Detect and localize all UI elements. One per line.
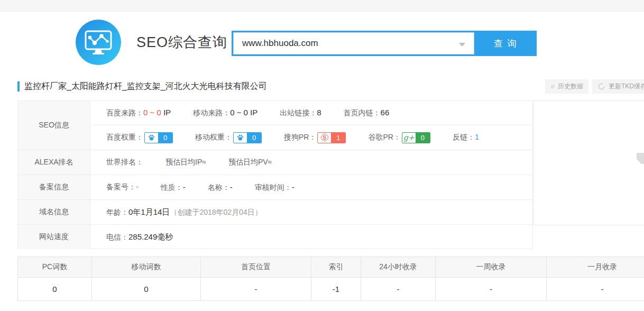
- mobile-paw-icon: [234, 133, 247, 143]
- refresh-tkd-cache-label: 更新TKD缓存: [609, 82, 644, 91]
- kw-col-home-position: 首页位置 -: [201, 257, 311, 300]
- kw-header: 索引: [311, 257, 361, 278]
- icp-review-time: 审核时间：-: [255, 182, 295, 193]
- kw-value: -: [547, 278, 644, 300]
- kw-value: -1: [311, 278, 361, 300]
- backlinks[interactable]: 反链：1: [453, 133, 479, 142]
- world-rank: 世界排名：: [106, 158, 143, 167]
- domain-row-label: 域名信息: [18, 200, 90, 224]
- icp-name: 名称：-: [208, 182, 233, 193]
- page-title: SEO综合查询: [136, 33, 227, 52]
- history-data-button[interactable]: 历史数据: [545, 79, 588, 94]
- kw-header: 一月收录: [547, 257, 644, 278]
- speed-row: 网站速度 电信：285.249毫秒: [18, 225, 532, 249]
- kw-col-mobile: 移动词数 0: [92, 257, 201, 300]
- mobile-weight[interactable]: 移动权重：0: [195, 132, 262, 143]
- seo-info-table: SEO信息 百度来路：0 ~ 0 IP 移动来路：0 ~ 0 IP 出站链接：8…: [17, 100, 533, 249]
- alexa-row: ALEXA排名 世界排名： 预估日均IP≈ 预估日均PV≈: [18, 150, 532, 175]
- refresh-icon: [597, 83, 605, 90]
- kw-col-pc: PC词数 0: [18, 257, 92, 300]
- search-input-wrap: [233, 32, 474, 54]
- sogou-icon: S: [321, 134, 328, 141]
- baidu-traffic: 百度来路：0 ~ 0 IP: [106, 108, 171, 118]
- kw-value: -: [361, 278, 435, 300]
- sogou-pr[interactable]: 搜狗PR：S1: [284, 132, 346, 143]
- dropdown-caret-icon[interactable]: [459, 43, 465, 47]
- result-title-row: 监控杆厂家_太阳能路灯杆_监控支架_河北火大光电科技有限公司 历史数据 更新TK…: [0, 79, 644, 97]
- site-title: 监控杆厂家_太阳能路灯杆_监控支架_河北火大光电科技有限公司: [24, 81, 267, 92]
- mobile-traffic: 移动来路：0 ~ 0 IP: [193, 108, 257, 118]
- icp-row: 备案信息 备案号：- 性质：- 名称：- 审核时间：-: [18, 175, 532, 200]
- layers-icon: [550, 83, 555, 90]
- kw-value: 0: [92, 278, 200, 300]
- kw-value: -: [201, 278, 311, 300]
- kw-value: -: [436, 278, 546, 300]
- kw-col-24h: 24小时收录 -: [361, 257, 436, 300]
- kw-header: 一周收录: [436, 257, 546, 278]
- image-placeholder-icon: [637, 153, 644, 164]
- kw-col-month: 一月收录 -: [547, 257, 644, 300]
- icp-row-label: 备案信息: [18, 175, 90, 199]
- speed-row-label: 网站速度: [18, 225, 90, 249]
- icp-nature: 性质：-: [161, 182, 186, 193]
- kw-header: 移动词数: [92, 257, 200, 278]
- est-daily-ip: 预估日均IP≈: [165, 158, 206, 167]
- homepage-inner-links: 首页内链：66: [344, 108, 390, 118]
- kw-col-week: 一周收录 -: [436, 257, 547, 300]
- google-pr[interactable]: 谷歌PR：g+0: [368, 132, 430, 143]
- kw-header: 24小时收录: [361, 257, 435, 278]
- traffic-subrow: 百度来路：0 ~ 0 IP 移动来路：0 ~ 0 IP 出站链接：8 首页内链：…: [90, 101, 532, 125]
- query-button[interactable]: 查 询: [474, 31, 537, 56]
- seo-info-row: SEO信息 百度来路：0 ~ 0 IP 移动来路：0 ~ 0 IP 出站链接：8…: [18, 101, 532, 150]
- est-daily-pv: 预估日均PV≈: [228, 158, 272, 167]
- alexa-row-label: ALEXA排名: [18, 150, 90, 175]
- seo-info-row-label: SEO信息: [18, 101, 90, 150]
- kw-header: PC词数: [18, 257, 91, 278]
- baidu-weight[interactable]: 百度权重：0: [106, 132, 173, 143]
- side-panel: [533, 100, 644, 225]
- icp-number: 备案号：-: [106, 182, 139, 192]
- google-plus-icon: g+: [403, 133, 415, 142]
- title-accent-bar: [17, 81, 20, 92]
- seo-tool-logo: [76, 20, 121, 65]
- keyword-stats-table: PC词数 0 移动词数 0 首页位置 - 索引 -1 24小时收录 - 一周收录…: [17, 257, 644, 301]
- history-data-label: 历史数据: [558, 82, 583, 91]
- telecom-speed: 电信：285.249毫秒: [106, 232, 173, 242]
- domain-age: 年龄：0年1月14日（创建于2018年02月04日）: [106, 207, 262, 217]
- refresh-tkd-cache-button[interactable]: 更新TKD缓存: [592, 79, 644, 94]
- weights-subrow: 百度权重：0 移动权重：0 搜狗PR：S1 谷歌PR：g+0 反链：1: [90, 125, 532, 150]
- baidu-paw-icon: [145, 133, 158, 143]
- outbound-links: 出站链接：8: [280, 108, 321, 118]
- domain-row: 域名信息 年龄：0年1月14日（创建于2018年02月04日）: [18, 200, 532, 225]
- search-input[interactable]: [234, 33, 474, 54]
- top-strip: [0, 0, 644, 12]
- kw-value: 0: [18, 278, 91, 300]
- monitor-chart-icon: [84, 30, 113, 55]
- kw-col-index: 索引 -1: [311, 257, 361, 300]
- search-bar: 查 询: [232, 31, 537, 56]
- kw-header: 首页位置: [201, 257, 311, 278]
